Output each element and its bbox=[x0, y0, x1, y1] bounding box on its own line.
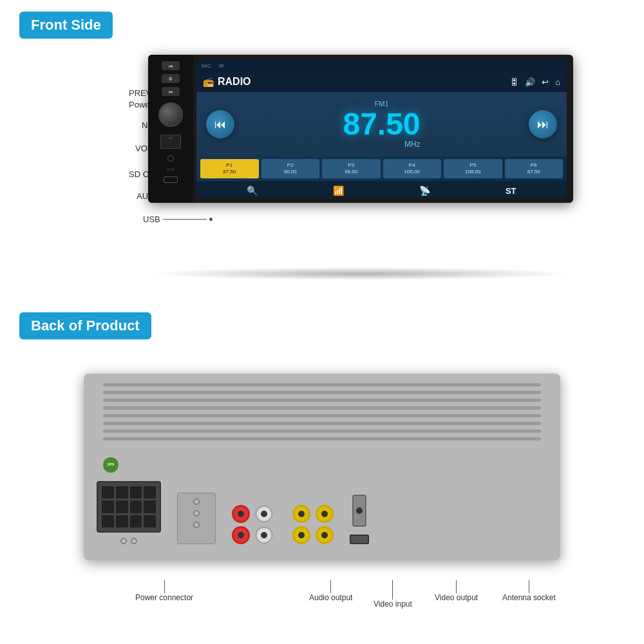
antenna-socket-annotation: Antenna socket bbox=[502, 580, 556, 602]
video-group bbox=[292, 505, 334, 544]
aux-text-label: AUX bbox=[167, 167, 175, 171]
volume-knob[interactable] bbox=[158, 102, 183, 127]
pin-12 bbox=[144, 515, 156, 527]
pcb-screw-1 bbox=[193, 498, 200, 505]
usb-port[interactable] bbox=[164, 176, 178, 183]
stereo-device-back: GPS bbox=[84, 374, 560, 560]
sd-card-slot[interactable]: TF bbox=[160, 135, 181, 149]
audio-rca-white-2 bbox=[255, 526, 273, 544]
audio-rca-row-1 bbox=[232, 505, 273, 523]
video-rca-yellow-3 bbox=[292, 526, 310, 544]
frequency-value: 87.50 bbox=[343, 109, 420, 140]
antenna-socket bbox=[352, 495, 366, 527]
wifi-icon[interactable]: 📡 bbox=[419, 185, 430, 196]
home-icon[interactable]: ⌂ bbox=[555, 77, 560, 87]
prev-nav-button[interactable]: ⏮ bbox=[206, 110, 234, 138]
rca-red2-outer bbox=[232, 526, 250, 544]
preset-4-value: 106.00 bbox=[404, 169, 420, 175]
preset-6-label: P6 bbox=[531, 162, 537, 169]
st-label: ST bbox=[506, 186, 516, 196]
vent-5 bbox=[103, 414, 541, 417]
preset-4[interactable]: P4 106.00 bbox=[383, 159, 442, 178]
preset-2-label: P2 bbox=[287, 162, 294, 169]
mic-label: MIC bbox=[202, 63, 211, 69]
screen-mic-ir: MIC IR bbox=[202, 63, 224, 69]
power-ann-line bbox=[164, 580, 165, 593]
radio-icon: 📻 bbox=[203, 77, 214, 87]
eq-icon[interactable]: 🎛 bbox=[510, 77, 518, 87]
video-out-ann-text: Video output bbox=[435, 593, 478, 602]
rca-yellow4-outer bbox=[316, 526, 334, 544]
pin-10 bbox=[116, 515, 128, 527]
pin-5 bbox=[102, 500, 114, 513]
back-section: GPS bbox=[77, 367, 567, 605]
vent-2 bbox=[103, 391, 541, 394]
vent-3 bbox=[103, 399, 541, 402]
vent-8 bbox=[103, 437, 541, 440]
vent-1 bbox=[103, 383, 541, 386]
preset-5-label: P5 bbox=[469, 162, 476, 169]
power-connector-annotation: Power connector bbox=[135, 580, 193, 602]
preset-1[interactable]: P1 87.50 bbox=[200, 159, 259, 178]
usb-annotation: USB bbox=[143, 214, 213, 224]
pin-6 bbox=[116, 500, 128, 513]
screen-bottom-bar: 🔍 📶 📡 ST bbox=[196, 181, 567, 198]
audio-output-annotation: Audio output bbox=[309, 580, 352, 602]
volume-icon[interactable]: 🔊 bbox=[525, 77, 535, 87]
preset-3-value: 98.00 bbox=[345, 169, 357, 175]
audio-rca-red-2 bbox=[232, 526, 250, 544]
video-rca-yellow-1 bbox=[292, 505, 310, 523]
screw-2 bbox=[131, 538, 137, 544]
preset-5[interactable]: P5 108.00 bbox=[444, 159, 502, 178]
rca-white-outer bbox=[255, 505, 273, 523]
back-icon[interactable]: ↩ bbox=[542, 77, 549, 87]
preset-3-label: P3 bbox=[348, 162, 354, 169]
video-rca-row-2 bbox=[292, 526, 334, 544]
antenna-ann-text: Antenna socket bbox=[502, 593, 556, 602]
power-ann-text: Power connector bbox=[135, 593, 193, 602]
audio-rca-red bbox=[232, 505, 250, 523]
pin-1 bbox=[102, 486, 114, 498]
next-button[interactable]: ⏭ bbox=[162, 87, 180, 96]
screen-body: ⏮ FM1 87.50 MHz ⏭ bbox=[196, 92, 567, 156]
bluetooth-icon[interactable]: 📶 bbox=[333, 185, 344, 196]
rca-yellow3-inner bbox=[298, 532, 305, 538]
stereo-device-front: ⏮ ⏻ ⏭ TF AUX MIC IR bbox=[148, 55, 573, 203]
pin-11 bbox=[130, 515, 142, 527]
frequency-unit: MHz bbox=[343, 140, 420, 149]
presets-bar: P1 87.50 P2 90.00 P3 98.00 P4 106.00 P5 bbox=[196, 156, 567, 181]
front-shadow bbox=[148, 267, 573, 280]
pin-8 bbox=[144, 500, 156, 513]
preset-3[interactable]: P3 98.00 bbox=[322, 159, 381, 178]
audio-rca-white bbox=[255, 505, 273, 523]
power-button[interactable]: ⏻ bbox=[162, 74, 180, 83]
video-out-ann-line bbox=[456, 580, 457, 593]
screw-1 bbox=[120, 538, 127, 544]
video-in-ann-line bbox=[392, 580, 393, 600]
preset-1-value: 87.50 bbox=[223, 169, 236, 175]
radio-title-text: RADIO bbox=[218, 76, 251, 88]
preset-5-value: 108.00 bbox=[465, 169, 480, 175]
next-nav-button[interactable]: ⏭ bbox=[529, 110, 557, 138]
vent-area bbox=[103, 383, 541, 448]
antenna-ann-line bbox=[529, 580, 529, 593]
back-side-label: Back of Product bbox=[19, 312, 151, 339]
pin-4 bbox=[144, 486, 156, 498]
audio-ann-line bbox=[330, 580, 331, 593]
pin-9 bbox=[102, 515, 114, 527]
screws-row bbox=[120, 538, 137, 544]
search-icon[interactable]: 🔍 bbox=[247, 185, 258, 196]
rca-yellow1-inner bbox=[298, 511, 305, 517]
screen: MIC IR 📻 RADIO 🎛 🔊 ↩ ⌂ ⏮ bbox=[196, 60, 567, 198]
aux-input[interactable] bbox=[167, 155, 174, 162]
audio-rca-row-2 bbox=[232, 526, 273, 544]
audio-ann-text: Audio output bbox=[309, 593, 352, 602]
pcb-screws bbox=[178, 493, 215, 533]
preset-6[interactable]: P6 87.50 bbox=[505, 159, 564, 178]
prev-button[interactable]: ⏮ bbox=[162, 61, 180, 70]
preset-2[interactable]: P2 90.00 bbox=[261, 159, 320, 178]
screen-header: 📻 RADIO 🎛 🔊 ↩ ⌂ bbox=[196, 71, 567, 92]
vent-4 bbox=[103, 406, 541, 410]
pcb-section bbox=[177, 493, 216, 544]
rca-yellow1-outer bbox=[292, 505, 310, 523]
